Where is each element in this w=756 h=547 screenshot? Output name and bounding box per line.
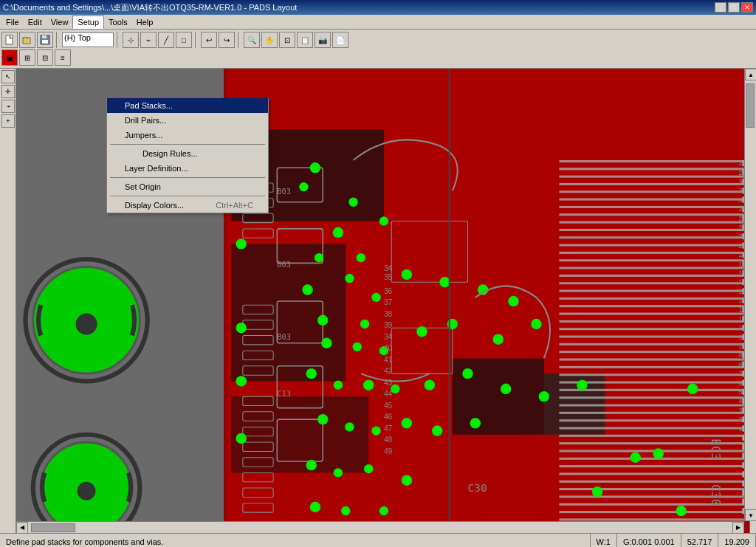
new-button[interactable] <box>1 32 18 48</box>
tb2-3[interactable]: ⊟ <box>37 49 53 66</box>
status-w: W:1 <box>591 534 617 547</box>
svg-rect-48 <box>559 419 756 422</box>
svg-point-178 <box>341 506 350 515</box>
maximize-button[interactable]: □ <box>728 2 740 13</box>
svg-rect-57 <box>559 488 756 490</box>
svg-text:1: 1 <box>738 425 742 433</box>
svg-point-158 <box>306 368 317 379</box>
menu-layer-def[interactable]: Layer Definition... <box>107 161 268 176</box>
save-button[interactable] <box>37 32 53 48</box>
minimize-button[interactable]: _ <box>715 2 726 13</box>
svg-point-180 <box>592 486 602 497</box>
svg-point-166 <box>577 379 587 390</box>
svg-point-159 <box>334 380 343 389</box>
menu-setup[interactable]: Setup <box>72 16 104 29</box>
svg-text:42: 42 <box>384 367 393 375</box>
svg-text:B03: B03 <box>277 260 291 269</box>
svg-rect-51 <box>559 442 756 444</box>
lt-move[interactable]: ✛ <box>1 85 15 98</box>
svg-point-132 <box>236 376 247 386</box>
tb2-list[interactable]: ≡ <box>55 49 71 66</box>
scroll-right-arrow[interactable]: ▶ <box>732 522 744 534</box>
tb-zoom-fit[interactable]: ⊡ <box>279 32 295 48</box>
title-bar: C:\Documents and Settings\...\桌面\VIA转不出O… <box>0 0 756 15</box>
svg-rect-37 <box>559 335 756 337</box>
tb-undo[interactable]: ↩ <box>201 32 217 48</box>
menu-set-origin[interactable]: Set Origin <box>107 179 268 194</box>
menu-view[interactable]: View <box>47 16 73 28</box>
tb-add-rect[interactable]: □ <box>176 32 192 48</box>
scroll-thumb-v[interactable] <box>746 83 755 128</box>
tb-zoom-in[interactable]: 🔍 <box>244 32 260 48</box>
scrollbar-vertical[interactable]: ▲ ▼ <box>744 69 756 521</box>
lt-route[interactable]: ⌁ <box>1 100 15 113</box>
tb2-1[interactable]: ▣ <box>1 49 18 66</box>
display-colors-shortcut: Ctrl+Alt+C <box>216 201 253 210</box>
lt-add[interactable]: + <box>1 114 15 128</box>
svg-rect-26 <box>559 252 756 254</box>
svg-rect-14 <box>559 160 756 162</box>
svg-rect-41 <box>559 366 756 368</box>
tb-report[interactable]: 📄 <box>332 32 348 48</box>
svg-text:34: 34 <box>384 264 393 272</box>
tb-route[interactable]: ⌁ <box>140 32 157 48</box>
svg-point-133 <box>236 433 247 444</box>
menu-pad-stacks[interactable]: Pad Stacks... <box>107 98 268 113</box>
menu-edit[interactable]: Edit <box>24 16 47 28</box>
svg-text:8: 8 <box>738 361 742 368</box>
pcb-canvas-area: EC3 EC3 C30 C31 CA <box>16 69 756 533</box>
scroll-up-arrow[interactable]: ▲ <box>745 69 756 80</box>
svg-point-160 <box>363 379 374 390</box>
svg-point-172 <box>470 418 481 428</box>
svg-text:3: 3 <box>738 407 742 414</box>
tb2-2[interactable]: ⊞ <box>19 49 35 66</box>
svg-text:C30: C30 <box>468 482 487 494</box>
svg-rect-21 <box>559 213 756 216</box>
svg-text:6: 6 <box>738 379 742 387</box>
toolbar-area: (H) Top ⊹ ⌁ ╱ □ ↩ ↪ 🔍 ✋ ⊡ 📋 📷 📄 ▣ ⊞ ⊟ ≡ <box>0 30 756 69</box>
menu-jumpers[interactable]: Jumpers... <box>107 128 268 142</box>
svg-point-184 <box>687 384 698 394</box>
tb-select[interactable]: ⊹ <box>123 32 139 48</box>
svg-text:44: 44 <box>384 390 393 398</box>
scroll-left-arrow[interactable]: ◀ <box>16 522 28 534</box>
menu-design-rules[interactable]: Design Rules... <box>107 146 268 161</box>
svg-text:B03: B03 <box>277 187 291 196</box>
menu-drill-pairs[interactable]: Drill Pairs... <box>107 113 268 128</box>
menu-file[interactable]: File <box>1 16 24 28</box>
lt-select[interactable]: ↖ <box>1 70 15 83</box>
sep-1 <box>110 144 265 145</box>
open-button[interactable] <box>19 32 35 48</box>
svg-rect-31 <box>559 290 756 292</box>
svg-rect-4 <box>42 40 48 44</box>
menu-tools[interactable]: Tools <box>104 16 132 28</box>
svg-point-149 <box>317 315 328 326</box>
menu-help[interactable]: Help <box>132 16 158 28</box>
tb-redo[interactable]: ↪ <box>219 32 235 48</box>
svg-rect-39 <box>559 351 756 353</box>
svg-point-168 <box>345 422 354 431</box>
svg-point-162 <box>425 379 435 390</box>
svg-point-141 <box>379 216 388 225</box>
scroll-thumb-h[interactable] <box>31 523 75 532</box>
tb-add-line[interactable]: ╱ <box>158 32 174 48</box>
sep-3 <box>110 196 265 196</box>
svg-point-179 <box>379 506 388 515</box>
close-button[interactable]: ✕ <box>741 2 753 13</box>
svg-text:5: 5 <box>738 388 742 396</box>
svg-point-187 <box>76 314 97 335</box>
tb-cam[interactable]: 📷 <box>315 32 331 48</box>
scroll-down-arrow[interactable]: ▼ <box>745 509 756 521</box>
svg-rect-19 <box>559 199 756 201</box>
toolbar-row-1: (H) Top ⊹ ⌁ ╱ □ ↩ ↪ 🔍 ✋ ⊡ 📋 📷 📄 <box>1 31 755 49</box>
svg-text:41: 41 <box>384 356 393 364</box>
tb-prop[interactable]: 📋 <box>297 32 313 48</box>
menu-display-colors[interactable]: Display Colors... Ctrl+Alt+C <box>107 198 268 213</box>
status-bar: Define pad stacks for components and via… <box>0 533 756 547</box>
layer-combo[interactable]: (H) Top <box>62 32 114 47</box>
tb-pan[interactable]: ✋ <box>261 32 278 48</box>
svg-point-143 <box>345 274 354 283</box>
scrollbar-horizontal[interactable]: ◀ ▶ <box>16 521 744 533</box>
svg-point-150 <box>360 320 369 328</box>
layout-area: ↖ ✛ ⌁ + <box>0 69 756 533</box>
